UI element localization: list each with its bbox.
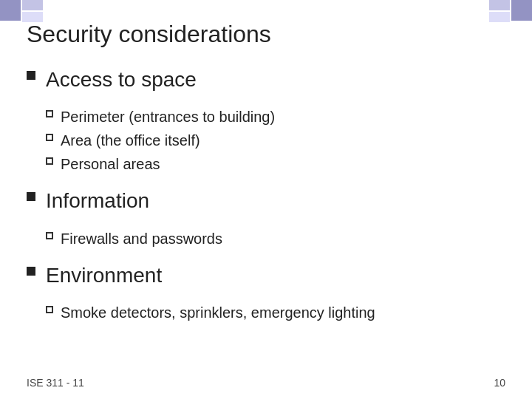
corner-decoration-top-right (488, 0, 532, 44)
sub-bullet-square-area (46, 134, 53, 141)
sub-bullet-area-text: Area (the office itself) (61, 130, 200, 151)
footer-course-label: ISE 311 - 11 (27, 377, 84, 389)
sub-bullets-access: Perimeter (entrances to building) Area (… (46, 106, 505, 174)
bullet-square-access (27, 71, 35, 80)
sub-bullet-square-smoke (46, 306, 53, 313)
sub-bullets-information: Firewalls and passwords (46, 228, 505, 249)
sub-bullet-smoke-text: Smoke detectors, sprinklers, emergency l… (61, 302, 375, 323)
main-bullet-access: Access to space (27, 66, 505, 93)
slide-container: Security considerations Access to space … (0, 0, 532, 399)
sub-bullet-perimeter: Perimeter (entrances to building) (46, 106, 505, 127)
sub-bullet-square-firewalls (46, 232, 53, 239)
bullet-information-text: Information (46, 188, 149, 214)
slide-title: Security considerations (27, 21, 271, 48)
sub-bullet-square-perimeter (46, 110, 53, 117)
sub-bullet-perimeter-text: Perimeter (entrances to building) (61, 106, 275, 127)
sub-bullet-firewalls: Firewalls and passwords (46, 228, 505, 249)
sub-bullet-personal: Personal areas (46, 154, 505, 174)
bullet-environment-text: Environment (46, 262, 162, 289)
main-bullet-information: Information (27, 188, 505, 214)
footer-page-number: 10 (494, 377, 505, 389)
bullet-access-text: Access to space (46, 66, 197, 93)
slide-footer: ISE 311 - 11 10 (27, 377, 505, 389)
sub-bullet-smoke: Smoke detectors, sprinklers, emergency l… (46, 302, 505, 323)
content-area: Access to space Perimeter (entrances to … (27, 66, 505, 336)
sub-bullet-personal-text: Personal areas (61, 154, 160, 174)
sub-bullets-environment: Smoke detectors, sprinklers, emergency l… (46, 302, 505, 323)
sub-bullet-firewalls-text: Firewalls and passwords (61, 228, 222, 249)
bullet-square-environment (27, 267, 35, 276)
sub-bullet-area: Area (the office itself) (46, 130, 505, 151)
bullet-square-information (27, 192, 35, 201)
sub-bullet-square-personal (46, 157, 53, 165)
main-bullet-environment: Environment (27, 262, 505, 289)
